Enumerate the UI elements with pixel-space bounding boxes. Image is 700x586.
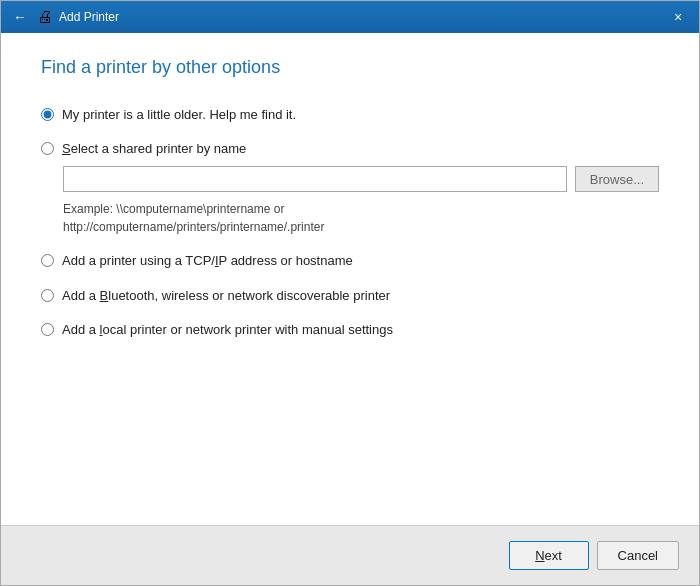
content-area: Find a printer by other options My print… [1, 33, 699, 525]
option-tcpip: Add a printer using a TCP/IP address or … [41, 252, 659, 270]
back-button[interactable]: ← [9, 7, 31, 27]
radio-group: My printer is a little older. Help me fi… [41, 106, 659, 339]
browse-button[interactable]: Browse... [575, 166, 659, 192]
close-button[interactable]: × [665, 7, 691, 27]
title-bar: ← 🖨 Add Printer × [1, 1, 699, 33]
page-title: Find a printer by other options [41, 57, 659, 78]
option-shared-wrapper: Select a shared printer by name Browse..… [41, 140, 659, 236]
shared-printer-input-row: Browse... [63, 166, 659, 192]
example-text: Example: \\computername\printername or h… [63, 200, 659, 236]
option-bluetooth: Add a Bluetooth, wireless or network dis… [41, 287, 659, 305]
label-older[interactable]: My printer is a little older. Help me fi… [62, 106, 296, 124]
underline-I: I [215, 253, 219, 268]
option-shared: Select a shared printer by name [41, 140, 659, 158]
window: ← 🖨 Add Printer × Find a printer by othe… [0, 0, 700, 586]
underline-S: S [62, 141, 71, 156]
underline-l: l [100, 322, 103, 337]
back-arrow-icon: ← [13, 9, 27, 25]
underline-N: N [535, 548, 544, 563]
shared-printer-section: Browse... Example: \\computername\printe… [63, 166, 659, 236]
next-button[interactable]: NNextext [509, 541, 589, 570]
printer-icon: 🖨 [37, 8, 53, 26]
radio-local[interactable] [41, 323, 54, 336]
radio-bluetooth[interactable] [41, 289, 54, 302]
footer: NNextext Cancel [1, 525, 699, 585]
cancel-button[interactable]: Cancel [597, 541, 679, 570]
label-local[interactable]: Add a local printer or network printer w… [62, 321, 393, 339]
window-title: Add Printer [59, 10, 119, 24]
radio-tcpip[interactable] [41, 254, 54, 267]
close-icon: × [674, 9, 682, 25]
shared-printer-input[interactable] [63, 166, 567, 192]
label-tcpip[interactable]: Add a printer using a TCP/IP address or … [62, 252, 353, 270]
option-older: My printer is a little older. Help me fi… [41, 106, 659, 124]
underline-B: B [100, 288, 109, 303]
radio-older[interactable] [41, 108, 54, 121]
radio-shared[interactable] [41, 142, 54, 155]
option-local: Add a local printer or network printer w… [41, 321, 659, 339]
title-bar-left: ← 🖨 Add Printer [9, 7, 119, 27]
label-shared[interactable]: Select a shared printer by name [62, 140, 246, 158]
label-bluetooth[interactable]: Add a Bluetooth, wireless or network dis… [62, 287, 390, 305]
